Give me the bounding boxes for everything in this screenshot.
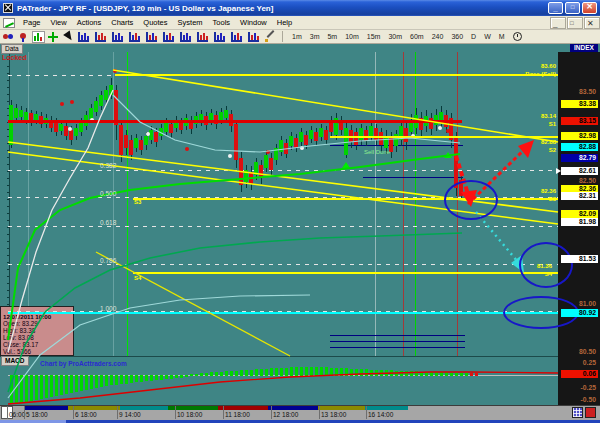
pivot-dot-red xyxy=(70,100,74,104)
macd-histogram-bar xyxy=(330,368,333,376)
macd-histogram-bar xyxy=(105,375,108,386)
candle-body xyxy=(354,132,358,145)
macd-axis-label-m0-25: -0.25 xyxy=(561,384,598,392)
macd-histogram-bar xyxy=(420,372,423,376)
price-axis-label-82-09: 82.09 xyxy=(561,210,598,218)
session-segment-5 xyxy=(268,406,318,410)
macd-histogram-bar xyxy=(435,372,438,376)
price-axis-label-83-15: 83.15 xyxy=(561,117,598,125)
candle-body xyxy=(454,138,458,188)
candle-body xyxy=(94,101,98,112)
macd-histogram-bar xyxy=(40,375,43,399)
grid-settings-icon[interactable] xyxy=(572,407,583,418)
record-icon[interactable] xyxy=(585,407,596,418)
candle-body xyxy=(159,128,163,136)
macd-histogram-bar xyxy=(375,370,378,376)
price-axis-label-82-98: 82.98 xyxy=(561,132,598,140)
time-axis-tick xyxy=(366,406,367,419)
macd-histogram-bar xyxy=(145,375,148,381)
macd-histogram-bar xyxy=(225,371,228,376)
candle-body xyxy=(254,162,258,175)
time-axis-label: 10 18:00 xyxy=(177,411,202,418)
price-axis-label-83-38: 83.38 xyxy=(561,100,598,108)
macd-histogram-bar xyxy=(205,373,208,376)
fib-line-4 xyxy=(8,264,558,265)
macd-histogram-bar xyxy=(425,372,428,376)
macd-histogram-bar xyxy=(175,375,178,378)
pivot-dot-red xyxy=(113,69,117,73)
fib-label-0-786: 0.786 xyxy=(100,257,116,264)
chart-credit: Chart by ProActtraders.com xyxy=(40,360,127,367)
macd-separator xyxy=(0,356,558,357)
session-segment-0 xyxy=(24,406,68,410)
session-segment-7 xyxy=(365,406,408,410)
macd-histogram-bar xyxy=(245,370,248,376)
candle-body xyxy=(239,158,243,185)
candle-body xyxy=(374,128,378,140)
macd-histogram-bar xyxy=(255,369,258,376)
macd-histogram-bar xyxy=(250,370,253,376)
fib-line-3 xyxy=(8,226,558,227)
locked-label: Locked xyxy=(2,54,27,61)
macd-axis-label-0m06: 0.06 xyxy=(561,370,598,378)
level-tag-label-2: S2 xyxy=(504,147,556,154)
macd-histogram-bar xyxy=(445,372,448,376)
pivot-dot-red xyxy=(60,102,64,106)
time-axis-label: 11 18:00 xyxy=(225,411,250,418)
macd-histogram-bar xyxy=(45,375,48,398)
macd-histogram-bar xyxy=(400,371,403,376)
inline-level-tag-s4: S4 xyxy=(134,275,141,281)
macd-histogram-bar xyxy=(130,375,133,383)
macd-axis-label-m0-50: -0.50 xyxy=(561,396,598,404)
pivot-dot-red xyxy=(185,147,189,151)
price-axis-label-82-88: 82.88 xyxy=(561,143,598,151)
macd-indicator-tab[interactable]: MACD xyxy=(1,356,29,366)
macd-histogram-bar xyxy=(155,375,158,380)
price-axis-label-83-50: 83.50 xyxy=(561,88,598,96)
red-level-line xyxy=(8,120,462,123)
time-axis-label: 9 14:00 xyxy=(119,411,141,418)
price-axis-label-81-00: 81.00 xyxy=(561,300,598,308)
macd-histogram-bar xyxy=(430,372,433,376)
breakdown-circle[interactable] xyxy=(444,180,498,220)
macd-histogram-bar xyxy=(60,375,63,395)
candle-body xyxy=(219,112,223,120)
candle-body xyxy=(134,138,138,148)
candle-body xyxy=(169,124,173,133)
target-s4-circle[interactable] xyxy=(519,242,573,288)
macd-histogram-bar xyxy=(275,368,278,376)
candle-body xyxy=(14,108,18,118)
candle-body xyxy=(119,125,123,155)
candle-body xyxy=(314,132,318,141)
patrader-window: PATrader - JPY RF - [USDJPY, 120 min - U… xyxy=(0,0,600,423)
candle-body xyxy=(154,132,158,142)
time-axis-tick xyxy=(73,406,74,419)
data-tab[interactable]: Data xyxy=(1,44,23,54)
candle-body xyxy=(59,124,63,131)
level-price-label-s2: 82.88 xyxy=(504,139,556,146)
macd-histogram-bar xyxy=(235,371,238,376)
macd-histogram-bar xyxy=(395,371,398,376)
chart-background xyxy=(0,44,600,405)
macd-histogram-bar xyxy=(310,367,313,376)
price-axis-label-82-61: 82.61 xyxy=(561,167,598,175)
macd-histogram-bar xyxy=(315,367,318,376)
macd-histogram-bar xyxy=(260,369,263,376)
time-axis-label: 06:00 xyxy=(9,411,25,418)
macd-histogram-bar xyxy=(195,374,198,376)
macd-histogram-bar xyxy=(350,369,353,376)
candle-body xyxy=(249,172,253,184)
price-axis-label-81-53: 81.53 xyxy=(561,255,598,263)
candle-body xyxy=(274,148,278,160)
level-price-label-s1: 83.14 xyxy=(504,113,556,120)
candle-body xyxy=(264,155,268,168)
macd-histogram-bar xyxy=(100,375,103,387)
yellow-level-line-0 xyxy=(115,74,558,76)
candle-body xyxy=(294,138,298,148)
candle-body xyxy=(224,110,228,118)
time-axis-label: 6 18:00 xyxy=(75,411,97,418)
pivot-dot-white xyxy=(68,127,72,131)
macd-histogram-bar xyxy=(210,372,213,376)
buy-signal-arrow xyxy=(342,162,350,168)
macd-histogram-bar xyxy=(475,373,478,376)
